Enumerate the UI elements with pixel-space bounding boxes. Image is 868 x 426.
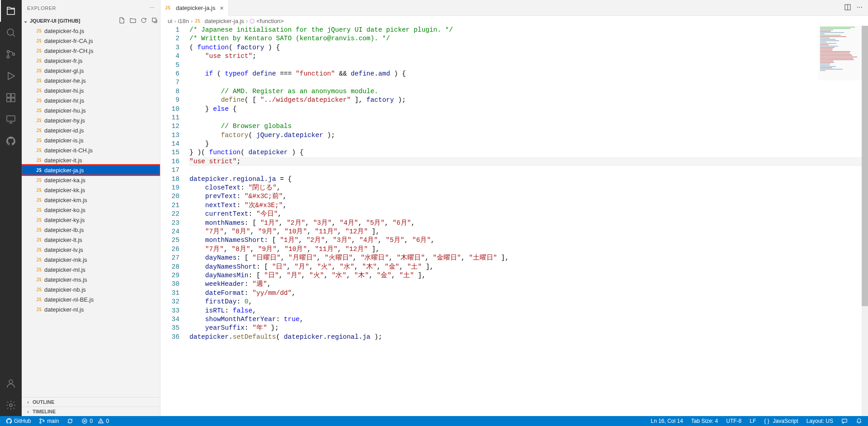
sidebar-more-button[interactable]: ⋯ bbox=[150, 5, 155, 11]
remote-explorer-icon[interactable] bbox=[0, 109, 22, 130]
js-file-icon: JS bbox=[36, 68, 42, 73]
js-file-icon: JS bbox=[36, 108, 42, 113]
new-folder-icon[interactable] bbox=[129, 17, 137, 25]
file-item[interactable]: JSdatepicker-hu.js bbox=[22, 105, 160, 115]
function-icon: ⬡ bbox=[250, 18, 255, 24]
refresh-icon[interactable] bbox=[140, 17, 147, 25]
chevron-right-icon: › bbox=[25, 399, 31, 405]
status-layout[interactable]: Layout: US bbox=[804, 418, 835, 424]
status-cursor[interactable]: Ln 16, Col 14 bbox=[648, 418, 685, 424]
outline-section[interactable]: ›OUTLINE bbox=[22, 397, 160, 407]
svg-rect-22 bbox=[842, 419, 847, 422]
scrollbar-thumb[interactable] bbox=[862, 26, 868, 306]
js-file-icon: JS bbox=[36, 148, 42, 153]
file-item[interactable]: JSdatepicker-he.js bbox=[22, 76, 160, 85]
file-label: datepicker-it.js bbox=[44, 157, 82, 164]
status-notifications[interactable] bbox=[854, 418, 864, 424]
file-item[interactable]: JSdatepicker-nl.js bbox=[22, 304, 160, 314]
js-file-icon: JS bbox=[36, 267, 42, 272]
github-icon[interactable] bbox=[0, 130, 22, 152]
svg-point-9 bbox=[9, 380, 13, 383]
status-eol[interactable]: LF bbox=[747, 418, 758, 424]
minimap[interactable] bbox=[818, 26, 862, 80]
folder-name: JQUERY-UI [GITHUB] bbox=[30, 18, 80, 24]
file-item[interactable]: JSdatepicker-ms.js bbox=[22, 275, 160, 284]
file-item[interactable]: JSdatepicker-fr.js bbox=[22, 56, 160, 66]
file-item[interactable]: JSdatepicker-hr.js bbox=[22, 95, 160, 105]
file-item[interactable]: JSdatepicker-ja.js bbox=[22, 165, 160, 175]
svg-rect-7 bbox=[11, 98, 15, 102]
file-item[interactable]: JSdatepicker-kk.js bbox=[22, 185, 160, 195]
svg-point-3 bbox=[13, 53, 15, 56]
file-label: datepicker-nl.js bbox=[44, 306, 84, 313]
svg-rect-11 bbox=[152, 18, 156, 22]
timeline-section[interactable]: ›TIMELINE bbox=[22, 407, 160, 416]
extensions-icon[interactable] bbox=[0, 87, 22, 109]
svg-point-21 bbox=[101, 422, 101, 423]
file-item[interactable]: JSdatepicker-ml.js bbox=[22, 265, 160, 275]
folder-header[interactable]: ⌄ JQUERY-UI [GITHUB] bbox=[22, 16, 160, 26]
run-debug-icon[interactable] bbox=[0, 65, 22, 87]
status-tabsize[interactable]: Tab Size: 4 bbox=[689, 418, 720, 424]
file-item[interactable]: JSdatepicker-km.js bbox=[22, 195, 160, 205]
svg-point-0 bbox=[7, 29, 14, 35]
file-item[interactable]: JSdatepicker-fr-CA.js bbox=[22, 36, 160, 46]
file-item[interactable]: JSdatepicker-nb.js bbox=[22, 284, 160, 294]
file-item[interactable]: JSdatepicker-gl.js bbox=[22, 66, 160, 76]
status-branch[interactable]: main bbox=[37, 418, 61, 424]
more-actions-icon[interactable]: ⋯ bbox=[857, 4, 863, 12]
file-label: datepicker-kk.js bbox=[44, 187, 85, 194]
file-item[interactable]: JSdatepicker-it-CH.js bbox=[22, 145, 160, 155]
js-file-icon: JS bbox=[36, 307, 42, 312]
file-item[interactable]: JSdatepicker-id.js bbox=[22, 125, 160, 135]
svg-point-14 bbox=[40, 419, 41, 420]
file-item[interactable]: JSdatepicker-mk.js bbox=[22, 255, 160, 265]
svg-point-15 bbox=[40, 422, 41, 423]
status-github[interactable]: GitHub bbox=[4, 418, 33, 424]
file-item[interactable]: JSdatepicker-fo.js bbox=[22, 26, 160, 36]
svg-rect-8 bbox=[7, 116, 15, 121]
file-item[interactable]: JSdatepicker-fr-CH.js bbox=[22, 46, 160, 56]
status-sync[interactable] bbox=[65, 418, 75, 424]
file-item[interactable]: JSdatepicker-ky.js bbox=[22, 215, 160, 225]
new-file-icon[interactable] bbox=[118, 17, 126, 25]
file-item[interactable]: JSdatepicker-lt.js bbox=[22, 235, 160, 245]
js-file-icon: JS bbox=[165, 5, 170, 10]
source-control-icon[interactable] bbox=[0, 43, 22, 65]
code-editor[interactable]: 1234567891011121314151617181920212223242… bbox=[160, 26, 868, 416]
search-icon[interactable] bbox=[0, 22, 22, 43]
file-tree[interactable]: JSdatepicker-fo.jsJSdatepicker-fr-CA.jsJ… bbox=[22, 26, 160, 397]
js-file-icon: JS bbox=[36, 138, 42, 143]
status-language[interactable]: { }JavaScript bbox=[762, 418, 800, 424]
explorer-icon[interactable] bbox=[0, 0, 22, 22]
status-feedback[interactable] bbox=[839, 418, 850, 424]
accounts-icon[interactable] bbox=[0, 373, 22, 394]
js-file-icon: JS bbox=[36, 88, 42, 93]
breadcrumb[interactable]: ui› i18n› JS datepicker-ja.js› ⬡ <functi… bbox=[160, 16, 868, 26]
tab-bar: JS datepicker-ja.js × ⋯ bbox=[160, 0, 868, 16]
settings-icon[interactable] bbox=[0, 394, 22, 416]
tab-datepicker-ja[interactable]: JS datepicker-ja.js × bbox=[160, 0, 229, 16]
explorer-sidebar: EXPLORER ⋯ ⌄ JQUERY-UI [GITHUB] JSdatepi… bbox=[22, 0, 160, 416]
file-item[interactable]: JSdatepicker-ko.js bbox=[22, 205, 160, 215]
svg-point-10 bbox=[9, 404, 12, 407]
collapse-all-icon[interactable] bbox=[151, 17, 158, 25]
file-item[interactable]: JSdatepicker-lv.js bbox=[22, 245, 160, 255]
status-encoding[interactable]: UTF-8 bbox=[724, 418, 744, 424]
js-file-icon: JS bbox=[36, 118, 42, 123]
file-label: datepicker-hi.js bbox=[44, 87, 84, 94]
file-item[interactable]: JSdatepicker-nl-BE.js bbox=[22, 294, 160, 304]
file-item[interactable]: JSdatepicker-hi.js bbox=[22, 85, 160, 95]
file-item[interactable]: JSdatepicker-it.js bbox=[22, 155, 160, 165]
file-item[interactable]: JSdatepicker-is.js bbox=[22, 135, 160, 145]
file-label: datepicker-id.js bbox=[44, 127, 84, 134]
file-item[interactable]: JSdatepicker-hy.js bbox=[22, 115, 160, 125]
file-label: datepicker-nb.js bbox=[44, 286, 86, 293]
status-problems[interactable]: 0 0 bbox=[79, 418, 111, 424]
scrollbar-vertical[interactable] bbox=[862, 26, 868, 416]
file-item[interactable]: JSdatepicker-ka.js bbox=[22, 175, 160, 185]
close-icon[interactable]: × bbox=[220, 5, 223, 12]
file-item[interactable]: JSdatepicker-lb.js bbox=[22, 225, 160, 235]
file-label: datepicker-gl.js bbox=[44, 67, 84, 74]
split-editor-icon[interactable] bbox=[844, 4, 851, 12]
